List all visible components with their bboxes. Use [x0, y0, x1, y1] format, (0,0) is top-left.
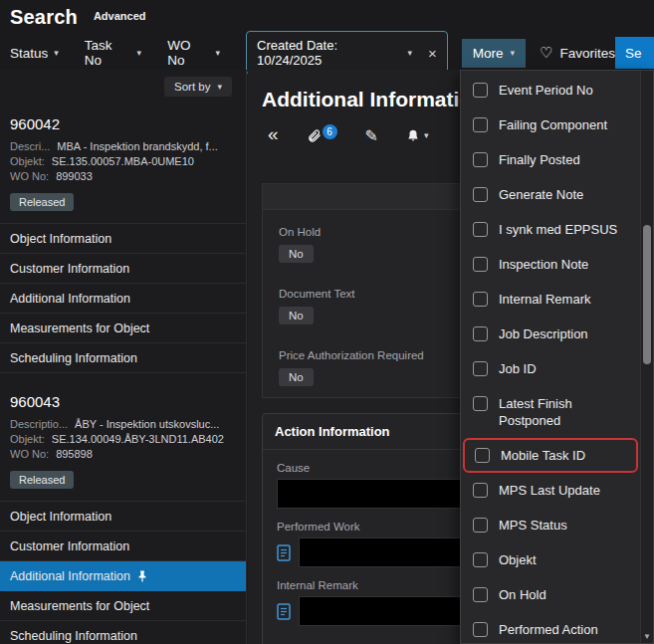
card-nav-list: Object InformationCustomer InformationAd… [0, 501, 246, 644]
checkbox-unchecked[interactable] [473, 152, 488, 167]
menu-item-on-hold[interactable]: On Hold [461, 577, 640, 612]
menu-item-job-id[interactable]: Job ID [461, 351, 640, 386]
sidebar-nav-measurements-for-object[interactable]: Measurements for Object [0, 314, 246, 343]
card-row-description: Descri...MBA - Inspektion brandskydd, f.… [10, 139, 236, 154]
sidebar-nav-scheduling-information[interactable]: Scheduling Information [0, 621, 246, 644]
menu-item-finally-posted[interactable]: Finally Posted [461, 142, 640, 177]
created-date-filter-chip[interactable]: Created Date: 10/24/2025 ▾ × [246, 31, 448, 75]
menu-item-mps-last-update[interactable]: MPS Last Update [461, 473, 640, 508]
checkbox-unchecked[interactable] [473, 257, 488, 272]
sidebar-nav-object-information[interactable]: Object Information [0, 224, 246, 254]
sidebar-nav-customer-information[interactable]: Customer Information [0, 532, 246, 561]
checkbox-unchecked[interactable] [473, 222, 488, 237]
menu-item-mps-status[interactable]: MPS Status [461, 508, 640, 542]
checkbox-unchecked[interactable] [475, 448, 490, 463]
close-icon[interactable]: × [428, 45, 437, 62]
menu-item-inspection-note[interactable]: Inspection Note [461, 247, 640, 282]
menu-item-failing-component[interactable]: Failing Component [461, 107, 640, 142]
menu-item-label: Internal Remark [499, 291, 590, 308]
checkbox-unchecked[interactable] [473, 292, 488, 307]
chevron-down-icon: ▾ [137, 49, 142, 58]
status-filter-label: Status [10, 46, 48, 61]
menu-item-latest-finish-postponed[interactable]: Latest Finish Postponed [461, 386, 640, 438]
field-value-badge: No [279, 307, 314, 324]
nav-item-label: Object Information [10, 232, 111, 246]
sidebar-nav-customer-information[interactable]: Customer Information [0, 254, 246, 284]
checkbox-unchecked[interactable] [473, 326, 488, 341]
menu-item-job-description[interactable]: Job Description [461, 317, 640, 351]
chevron-down-icon: ▾ [424, 131, 429, 140]
menu-item-objekt[interactable]: Objekt [461, 542, 640, 577]
chevron-down-icon: ▾ [216, 49, 221, 58]
favorites-label: Favorites [559, 46, 615, 61]
task-id: 960042 [10, 115, 236, 132]
sidebar-nav-additional-information[interactable]: Additional Information [0, 561, 246, 591]
checkbox-unchecked[interactable] [473, 483, 488, 498]
favorites-button[interactable]: ♡ Favorites [540, 44, 615, 62]
chevron-down-icon: ▾ [217, 83, 222, 92]
menu-item-performed-action[interactable]: Performed Action [461, 612, 640, 643]
result-card-960043[interactable]: 960043 Descriptio...ÅBY - Inspektion uts… [0, 381, 246, 501]
scroll-down-arrow-icon[interactable]: ▼ [641, 632, 653, 641]
sidebar-nav-object-information[interactable]: Object Information [0, 502, 246, 532]
chevron-down-icon: ▾ [54, 49, 59, 58]
nav-item-label: Additional Information [10, 569, 130, 583]
checkbox-unchecked[interactable] [473, 587, 488, 602]
chevron-down-icon: ▾ [511, 49, 516, 58]
card-row-wo-no: WO No:899033 [10, 169, 236, 184]
checkbox-unchecked[interactable] [473, 622, 488, 637]
more-button[interactable]: More ▾ [462, 39, 526, 68]
menu-item-label: Objekt [499, 551, 537, 568]
menu-item-i-synk-med-eppsus[interactable]: I synk med EPPSUS [461, 212, 640, 247]
collapse-panel-icon[interactable]: « [268, 127, 279, 141]
row-value: MBA - Inspektion brandskydd, f... [57, 140, 217, 152]
search-button[interactable]: Se [615, 37, 654, 69]
menu-item-mobile-task-id[interactable]: Mobile Task ID [463, 438, 638, 473]
sidebar-nav-additional-information[interactable]: Additional Information [0, 284, 246, 314]
menu-item-label: Inspection Note [499, 256, 588, 273]
status-filter-dropdown[interactable]: Status ▾ [10, 46, 59, 61]
nav-item-label: Scheduling Information [10, 629, 137, 643]
menu-item-label: Mobile Task ID [501, 447, 585, 464]
checkbox-unchecked[interactable] [473, 361, 488, 376]
task-no-filter-dropdown[interactable]: Task No ▾ [85, 38, 141, 68]
row-value: 895898 [56, 448, 93, 460]
checkbox-unchecked[interactable] [473, 187, 488, 202]
row-value: SE.134.00049.ÅBY-3LND11.AB402 [52, 433, 224, 445]
menu-item-generate-note[interactable]: Generate Note [461, 177, 640, 212]
chevron-down-icon: ▾ [407, 49, 412, 58]
menu-item-label: Finally Posted [499, 151, 580, 168]
app-window: Search Advanced Status ▾ Task No ▾ WO No… [0, 0, 654, 644]
row-label: WO No: [10, 448, 49, 460]
sidebar-nav-scheduling-information[interactable]: Scheduling Information [0, 343, 246, 373]
notes-document-icon[interactable] [277, 603, 291, 620]
nav-item-label: Customer Information [10, 539, 129, 553]
scrollbar[interactable]: ▼ [640, 71, 653, 643]
row-label: WO No: [10, 170, 49, 182]
checkbox-unchecked[interactable] [473, 396, 488, 411]
edit-icon[interactable]: ✎ [365, 126, 378, 145]
field-value-badge: No [279, 368, 314, 386]
menu-item-internal-remark[interactable]: Internal Remark [461, 282, 640, 317]
wo-no-filter-dropdown[interactable]: WO No ▾ [167, 38, 220, 68]
attachments-button[interactable]: 6 [307, 127, 337, 143]
checkbox-unchecked[interactable] [473, 552, 488, 567]
results-sidebar: Sort by ▾ 960042 Descri...MBA - Inspekti… [0, 70, 247, 644]
card-row-objekt: Objekt:SE.135.00057.MBA-0UME10 [10, 154, 236, 169]
card-row-objekt: Objekt:SE.134.00049.ÅBY-3LND11.AB402 [10, 432, 236, 447]
more-menu-list: Event Period NoFailing ComponentFinally … [461, 71, 640, 643]
menu-item-label: Event Period No [499, 82, 593, 99]
result-card-960042[interactable]: 960042 Descri...MBA - Inspektion brandsk… [0, 104, 246, 223]
menu-item-event-period-no[interactable]: Event Period No [461, 73, 640, 107]
checkbox-unchecked[interactable] [473, 117, 488, 132]
notes-document-icon[interactable] [277, 544, 291, 561]
scrollbar-thumb[interactable] [643, 225, 651, 364]
sidebar-nav-measurements-for-object[interactable]: Measurements for Object [0, 591, 246, 621]
card-row-description: Descriptio...ÅBY - Inspektion utskovsluc… [10, 417, 236, 432]
checkbox-unchecked[interactable] [473, 83, 488, 98]
notifications-button[interactable]: ▾ [406, 128, 429, 143]
nav-item-label: Scheduling Information [10, 351, 137, 365]
task-no-filter-label: Task No [85, 38, 131, 68]
checkbox-unchecked[interactable] [473, 518, 488, 533]
sort-by-button[interactable]: Sort by ▾ [164, 77, 232, 97]
